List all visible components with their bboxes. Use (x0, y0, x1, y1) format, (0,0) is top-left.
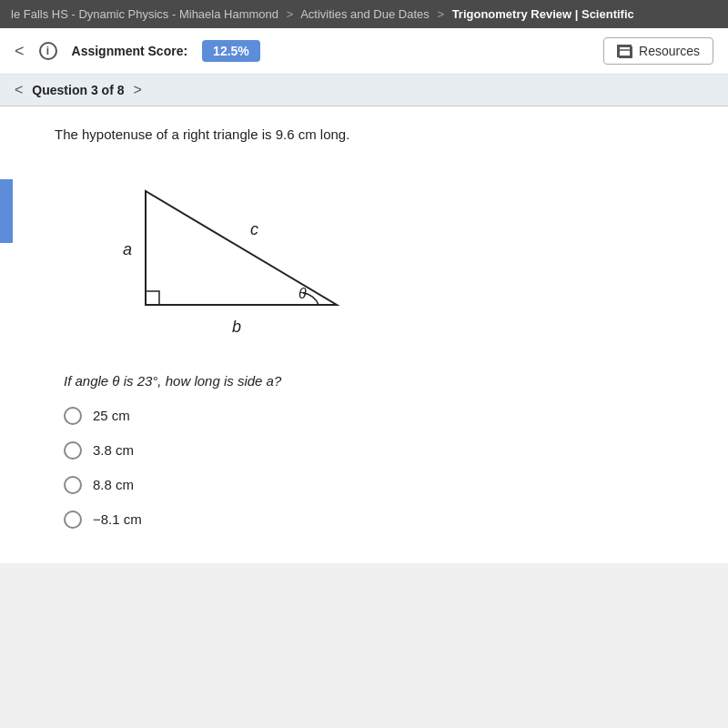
radio-1[interactable] (64, 407, 82, 425)
label-theta: θ (298, 286, 307, 301)
label-b: b (232, 318, 241, 336)
back-button[interactable]: < (15, 42, 25, 61)
breadcrumb-part2: Activities and Due Dates (300, 7, 430, 21)
score-badge: 12.5% (202, 40, 260, 62)
breadcrumb-part3: Trigonometry Review | Scientific (452, 7, 634, 21)
choice-item-4[interactable]: −8.1 cm (64, 511, 701, 529)
resources-icon (617, 45, 632, 57)
question-text: The hypotenuse of a right triangle is 9.… (55, 125, 701, 146)
resources-button[interactable]: Resources (603, 37, 713, 65)
header-bar: < i Assignment Score: 12.5% Resources (0, 28, 728, 75)
radio-4[interactable] (64, 511, 82, 529)
breadcrumb-part1: le Falls HS - Dynamic Physics - Mihaela … (11, 7, 278, 21)
label-a: a (123, 240, 132, 258)
next-question-button[interactable]: > (133, 82, 141, 98)
choice-item-2[interactable]: 3.8 cm (64, 441, 701, 460)
choice-label-4: −8.1 cm (93, 511, 142, 527)
radio-3[interactable] (64, 476, 82, 494)
answer-section: If angle θ is 23°, how long is side a? 2… (55, 364, 701, 529)
choice-label-2: 3.8 cm (93, 442, 134, 458)
side-accent (0, 179, 13, 243)
question-label: Question 3 of 8 (32, 83, 124, 97)
breadcrumb-sep2: > (437, 7, 444, 21)
choice-item-1[interactable]: 25 cm (64, 407, 701, 425)
radio-2[interactable] (64, 441, 82, 460)
info-icon[interactable]: i (39, 42, 57, 60)
assignment-score-label: Assignment Score: (72, 44, 188, 58)
choice-item-3[interactable]: 8.8 cm (64, 476, 701, 494)
svg-rect-0 (619, 46, 632, 57)
triangle-svg: a c b θ (73, 164, 400, 346)
question-nav: < Question 3 of 8 > (0, 75, 728, 106)
prev-question-button[interactable]: < (15, 82, 23, 98)
choice-label-1: 25 cm (93, 408, 130, 423)
choice-label-3: 8.8 cm (93, 477, 134, 492)
resources-label: Resources (639, 44, 700, 58)
triangle-diagram: a c b θ (73, 164, 400, 346)
label-c: c (250, 220, 258, 238)
breadcrumb-sep1: > (287, 7, 294, 21)
angle-question: If angle θ is 23°, how long is side a? (64, 373, 701, 389)
svg-marker-2 (146, 191, 337, 305)
main-content: The hypotenuse of a right triangle is 9.… (0, 106, 728, 563)
breadcrumb: le Falls HS - Dynamic Physics - Mihaela … (0, 0, 728, 28)
